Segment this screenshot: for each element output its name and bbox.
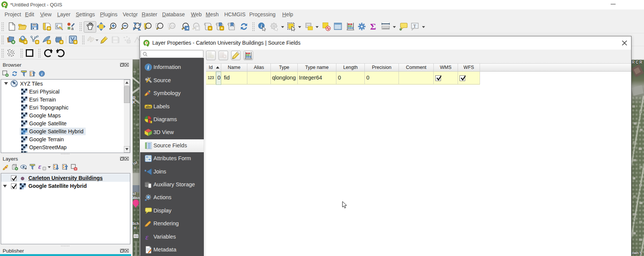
svg-text:ε: ε: [145, 233, 149, 241]
svg-text:T: T: [413, 23, 416, 29]
svg-text:a: a: [71, 26, 74, 31]
svg-text:i: i: [261, 23, 262, 29]
svg-text:abc: abc: [145, 105, 151, 109]
svg-text:1:1: 1:1: [171, 25, 174, 27]
svg-text:i: i: [147, 64, 149, 70]
